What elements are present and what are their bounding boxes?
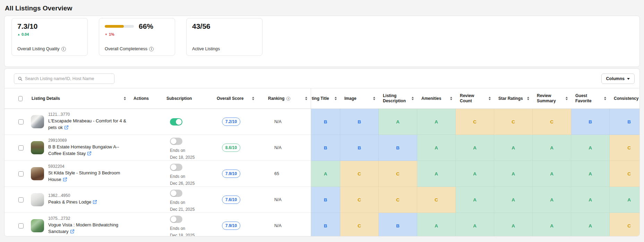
row-select-cell (5, 135, 25, 161)
listing-id: 1121...3770 (48, 112, 129, 117)
listing-thumbnail (31, 193, 44, 206)
sort-icon[interactable] (449, 96, 453, 101)
listing-title-link[interactable]: Peaks & Pines Lodge (48, 199, 129, 206)
column-header-select (5, 88, 25, 109)
row-grade-zone: BBBAAAAAC (311, 135, 640, 161)
row-checkbox[interactable] (18, 145, 24, 150)
columns-button-label: Columns (606, 76, 625, 81)
sort-up-arrow-icon (604, 97, 606, 98)
toggle-knob (176, 119, 182, 125)
actions-cell (129, 135, 162, 161)
grade-cell-amenities: A (417, 135, 456, 161)
grade-cell-listing-description: B (379, 213, 417, 236)
chevron-down-icon (627, 78, 630, 80)
grade-cell-consistency: A (610, 187, 640, 213)
subscription-toggle[interactable] (170, 138, 182, 145)
stat-label-text: Active Listings (192, 46, 220, 51)
ranking-value: N/A (258, 145, 282, 150)
ranking-value: 65 (258, 171, 279, 176)
subscription-toggle[interactable] (170, 164, 182, 171)
stat-delta-value: 0.04 (22, 32, 29, 36)
info-icon[interactable]: i (149, 47, 154, 51)
sort-down-arrow-icon (412, 99, 414, 100)
row-checkbox[interactable] (18, 171, 24, 176)
sort-up-arrow-icon (252, 97, 254, 98)
search-input[interactable] (25, 76, 111, 81)
listing-id: 1362...4950 (48, 193, 129, 198)
columns-button[interactable]: Columns (601, 74, 635, 84)
sort-icon[interactable] (304, 96, 308, 101)
arrow-up-icon: ▲ (17, 33, 20, 36)
grade-cell-consistency: C (610, 135, 640, 161)
grade-cell-image: C (340, 213, 379, 236)
actions-cell (129, 187, 162, 213)
listing-title-link[interactable]: Vogue Vista : Modern Birdwatching Sanctu… (48, 222, 129, 236)
completeness-progress-fill (105, 25, 124, 28)
row-sticky-zone: 1075...2732Vogue Vista : Modern Birdwatc… (5, 213, 311, 236)
ranking-value: N/A (258, 197, 282, 202)
listing-title-link[interactable]: B B Estate Homestay Bungalow A-- Coffee … (48, 144, 129, 158)
table-row: 1075...2732Vogue Vista : Modern Birdwatc… (5, 213, 639, 236)
toggle-knob (171, 190, 177, 196)
sort-icon[interactable] (334, 96, 337, 101)
actions-cell (129, 109, 162, 135)
grade-cell-ting-title: A (311, 161, 340, 187)
table-row: 1121...3770L'Escapade Mirabeau - Comfort… (5, 109, 639, 135)
row-checkbox[interactable] (18, 223, 24, 228)
sort-icon[interactable] (603, 96, 607, 101)
sort-down-arrow-icon (566, 99, 568, 100)
column-header-grade-5: Review Count (456, 88, 494, 109)
column-header-actions: Actions (129, 88, 162, 109)
row-select-cell (5, 187, 25, 213)
subscription-toggle[interactable] (170, 216, 182, 223)
sort-icon[interactable] (251, 96, 255, 101)
sort-icon[interactable] (372, 96, 376, 101)
row-grade-zone: BCCCAAAAA (311, 187, 640, 213)
overall-score-badge: 7.6/10 (222, 196, 240, 204)
sort-icon[interactable] (123, 96, 127, 101)
sort-icon[interactable] (488, 96, 491, 101)
info-icon[interactable]: i (286, 96, 290, 100)
select-all-checkbox[interactable] (18, 96, 23, 101)
row-select-cell (5, 109, 25, 135)
grade-cell-listing-description: A (379, 109, 417, 135)
ranking-cell: 65 (258, 161, 311, 187)
sort-icon[interactable] (411, 96, 414, 101)
stat-delta-value: 1% (109, 32, 114, 36)
grade-cell-image: C (340, 187, 379, 213)
grade-cell-review-summary: A (533, 187, 571, 213)
search-box[interactable] (14, 74, 114, 84)
row-sticky-zone: 5932204St Kilda Style - Stunning 3 Bedro… (5, 161, 311, 187)
row-checkbox[interactable] (18, 119, 24, 124)
row-checkbox[interactable] (18, 197, 24, 202)
subscription-toggle[interactable] (170, 190, 182, 197)
grade-cell-image: C (340, 161, 379, 187)
grade-cell-star-ratings: A (494, 161, 533, 187)
listing-details-cell: 29910069B B Estate Homestay Bungalow A--… (25, 135, 129, 161)
grade-cell-consistency: C (610, 161, 640, 187)
row-grade-zone: BBAACCCBB (311, 109, 640, 135)
sort-icon[interactable] (565, 96, 568, 101)
external-link-icon (93, 200, 97, 206)
listing-title-link[interactable]: L'Escapade Mirabeau - Comfort for 4 & pe… (48, 118, 129, 132)
stat-value: 7.3/10 (17, 22, 37, 31)
grade-cell-review-count: A (456, 161, 494, 187)
stat-value: 43/56 (192, 22, 211, 31)
subscription-ends-date: Dec 26, 2025 (170, 180, 195, 187)
row-grade-zone: BCBAAAAAC (311, 213, 640, 236)
grade-cell-review-summary: A (533, 161, 571, 187)
sort-up-arrow-icon (305, 97, 307, 98)
stat-label: Overall Completenessi (105, 46, 169, 51)
stat-label: Active Listings (192, 46, 257, 51)
grade-cell-listing-description: C (379, 187, 417, 213)
overall-score-cell: 7.9/10 (213, 213, 258, 236)
listing-title-link[interactable]: St Kilda Style - Stunning 3 Bedroom Hous… (48, 170, 129, 184)
column-header-label: Ranking (268, 96, 284, 101)
stat-value-row: 7.3/10 (17, 22, 82, 31)
subscription-ends-date: Dec 18, 2025 (170, 154, 195, 161)
sort-up-arrow-icon (373, 97, 375, 98)
subscription-toggle[interactable] (170, 118, 182, 126)
info-icon[interactable]: i (61, 47, 66, 51)
sort-icon[interactable] (526, 96, 530, 101)
grade-cell-guest-favorite: A (571, 161, 610, 187)
